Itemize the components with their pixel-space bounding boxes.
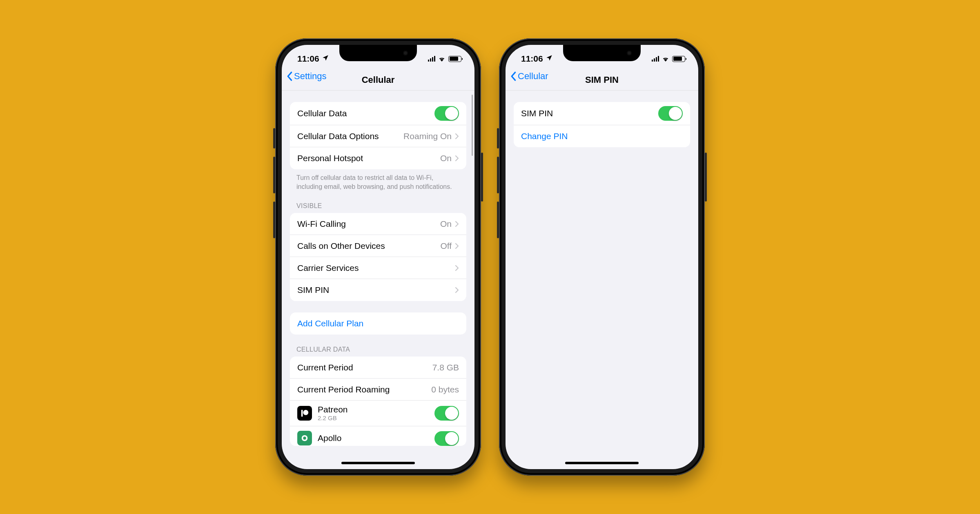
- svg-point-1: [303, 410, 308, 415]
- notch: [563, 45, 641, 61]
- row-calls-other-devices[interactable]: Calls on Other Devices Off: [290, 235, 466, 257]
- row-app-patreon[interactable]: Patreon 2.2 GB: [290, 401, 466, 426]
- app-usage: 2.2 GB: [318, 414, 434, 421]
- cellular-signal-icon: [428, 56, 436, 62]
- row-app-apollo[interactable]: Apollo: [290, 426, 466, 446]
- row-cellular-data-options[interactable]: Cellular Data Options Roaming On: [290, 125, 466, 147]
- notch: [339, 45, 417, 61]
- back-label: Cellular: [518, 71, 548, 82]
- battery-icon: [448, 56, 461, 62]
- row-cellular-data[interactable]: Cellular Data: [290, 102, 466, 125]
- phone-right: 11:06 Cellular SIM PIN: [499, 38, 705, 476]
- group-sim-pin: SIM PIN Change PIN: [514, 102, 690, 147]
- screen-sim-pin: 11:06 Cellular SIM PIN: [506, 45, 698, 469]
- row-current-period-roaming: Current Period Roaming 0 bytes: [290, 379, 466, 401]
- chevron-right-icon: [455, 221, 459, 227]
- chevron-right-icon: [455, 155, 459, 162]
- row-label: Carrier Services: [297, 263, 452, 273]
- screen-cellular: 11:06 Settings Cellular: [282, 45, 474, 469]
- row-carrier-services[interactable]: Carrier Services: [290, 257, 466, 279]
- row-value: 0 bytes: [431, 385, 459, 394]
- row-add-cellular-plan[interactable]: Add Cellular Plan: [290, 312, 466, 335]
- page-title: SIM PIN: [585, 75, 619, 85]
- power-button: [705, 153, 707, 202]
- row-value: On: [440, 153, 452, 163]
- chevron-right-icon: [455, 287, 459, 293]
- wifi-icon: [438, 54, 446, 64]
- back-button[interactable]: Settings: [287, 71, 327, 82]
- volume-up: [497, 157, 499, 193]
- group-footer: Turn off cellular data to restrict all d…: [296, 173, 460, 191]
- back-button[interactable]: Cellular: [510, 71, 548, 82]
- group-data-usage: Current Period 7.8 GB Current Period Roa…: [290, 357, 466, 445]
- row-label: Wi-Fi Calling: [297, 219, 440, 229]
- row-change-pin[interactable]: Change PIN: [514, 125, 690, 147]
- row-personal-hotspot[interactable]: Personal Hotspot On: [290, 147, 466, 169]
- group-add-plan: Add Cellular Plan: [290, 312, 466, 335]
- chevron-right-icon: [455, 243, 459, 249]
- mute-switch: [273, 128, 275, 148]
- chevron-left-icon: [287, 71, 293, 81]
- toggle-app-apollo[interactable]: [434, 431, 459, 446]
- power-button: [481, 153, 483, 202]
- app-name: Apollo: [318, 433, 434, 443]
- chevron-right-icon: [455, 265, 459, 271]
- row-label: Cellular Data: [297, 109, 434, 118]
- row-wifi-calling[interactable]: Wi-Fi Calling On: [290, 213, 466, 235]
- volume-down: [497, 202, 499, 238]
- chevron-right-icon: [455, 133, 459, 140]
- row-current-period: Current Period 7.8 GB: [290, 357, 466, 379]
- volume-up: [273, 157, 275, 193]
- row-label: Add Cellular Plan: [297, 319, 459, 328]
- row-label: SIM PIN: [521, 109, 658, 118]
- phone-left: 11:06 Settings Cellular: [275, 38, 481, 476]
- row-value: Off: [440, 241, 452, 251]
- app-info: Apollo: [318, 433, 434, 443]
- home-indicator[interactable]: [565, 462, 639, 464]
- wifi-icon: [662, 54, 670, 64]
- toggle-sim-pin[interactable]: [658, 106, 683, 121]
- section-header-visible: Visible: [296, 202, 460, 210]
- patreon-app-icon: [297, 406, 312, 421]
- row-label: Current Period: [297, 363, 432, 372]
- cellular-signal-icon: [652, 56, 659, 62]
- row-value: 7.8 GB: [432, 363, 459, 372]
- row-label: Current Period Roaming: [297, 385, 431, 394]
- section-header-cellular-data: Cellular Data: [296, 346, 460, 353]
- home-indicator[interactable]: [341, 462, 415, 464]
- volume-down: [273, 202, 275, 238]
- page-title: Cellular: [362, 75, 395, 85]
- group-cellular-main: Cellular Data Cellular Data Options Roam…: [290, 102, 466, 169]
- status-time: 11:06: [521, 54, 543, 64]
- row-sim-pin-toggle[interactable]: SIM PIN: [514, 102, 690, 125]
- app-info: Patreon 2.2 GB: [318, 405, 434, 421]
- row-label: Change PIN: [521, 131, 683, 141]
- back-label: Settings: [294, 71, 327, 82]
- location-icon: [546, 54, 553, 64]
- mute-switch: [497, 128, 499, 148]
- row-sim-pin[interactable]: SIM PIN: [290, 279, 466, 301]
- content-scroll[interactable]: SIM PIN Change PIN: [506, 91, 698, 469]
- row-value: On: [440, 219, 452, 229]
- row-label: Calls on Other Devices: [297, 241, 440, 251]
- row-label: Personal Hotspot: [297, 153, 440, 163]
- apollo-app-icon: [297, 431, 312, 445]
- svg-point-3: [303, 436, 306, 439]
- battery-icon: [672, 56, 685, 62]
- group-carrier: Wi-Fi Calling On Calls on Other Devices …: [290, 213, 466, 301]
- location-icon: [322, 54, 329, 64]
- row-value: Roaming On: [403, 131, 452, 141]
- chevron-left-icon: [510, 71, 517, 81]
- row-label: Cellular Data Options: [297, 131, 403, 141]
- scrollbar-thumb[interactable]: [472, 95, 473, 156]
- app-name: Patreon: [318, 405, 434, 414]
- toggle-app-patreon[interactable]: [434, 406, 459, 421]
- toggle-cellular-data[interactable]: [434, 106, 459, 121]
- status-time: 11:06: [297, 54, 319, 64]
- svg-rect-0: [301, 410, 303, 417]
- row-label: SIM PIN: [297, 285, 452, 295]
- content-scroll[interactable]: Cellular Data Cellular Data Options Roam…: [282, 91, 474, 469]
